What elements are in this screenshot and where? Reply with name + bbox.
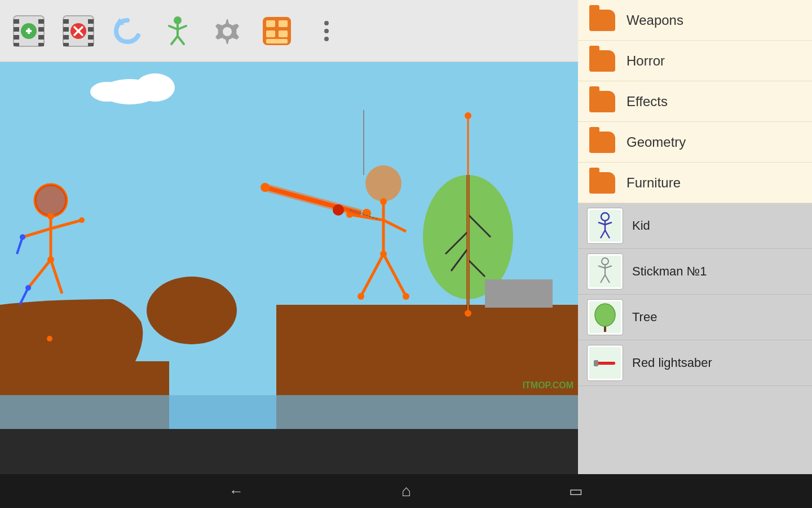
item-thumbnail [587, 345, 623, 381]
svg-rect-1 [14, 19, 19, 24]
item-thumbnail [587, 253, 623, 290]
more-button[interactable] [307, 11, 346, 51]
svg-point-76 [403, 293, 409, 300]
svg-rect-20 [88, 43, 94, 46]
folder-icon [589, 172, 615, 194]
home-button[interactable]: ⌂ [401, 482, 411, 500]
item-thumbnail [587, 299, 623, 335]
svg-rect-5 [14, 35, 19, 40]
svg-point-31 [223, 27, 232, 36]
svg-point-39 [324, 29, 329, 33]
scene-svg [0, 62, 578, 429]
list-item-tree[interactable]: Tree [578, 295, 812, 340]
delete-frame-button[interactable] [59, 11, 98, 51]
back-button[interactable]: ← [229, 483, 244, 500]
folder-label: Horror [626, 53, 665, 69]
svg-rect-111 [594, 360, 598, 366]
undo-button[interactable] [108, 11, 148, 51]
svg-point-67 [47, 256, 54, 263]
add-frame-button[interactable] [9, 11, 48, 51]
svg-point-83 [261, 183, 270, 192]
svg-point-64 [47, 336, 52, 341]
svg-rect-11 [28, 28, 30, 34]
items-section: Kid Stickman №1 Tree Red lightsaber [578, 203, 812, 508]
svg-line-62 [28, 260, 51, 288]
svg-point-25 [174, 16, 182, 24]
settings-button[interactable] [208, 11, 247, 51]
svg-rect-33 [266, 20, 275, 27]
svg-rect-36 [279, 30, 288, 37]
folder-item-furniture[interactable]: Furniture [578, 163, 812, 203]
character-button[interactable] [158, 11, 197, 51]
svg-line-60 [51, 220, 82, 229]
folder-item-weapons[interactable]: Weapons [578, 0, 812, 41]
watermark: ITMOP.COM [523, 380, 573, 391]
svg-point-53 [465, 310, 471, 317]
svg-point-84 [380, 198, 387, 205]
svg-line-58 [23, 229, 51, 237]
svg-line-30 [178, 36, 184, 44]
svg-rect-8 [38, 43, 44, 46]
svg-line-28 [178, 26, 186, 29]
list-item-kid[interactable]: Kid [578, 203, 812, 249]
svg-point-85 [380, 251, 387, 257]
svg-line-65 [51, 260, 62, 294]
list-item-red-lightsaber[interactable]: Red lightsaber [578, 340, 812, 386]
right-panel: Weapons Horror Effects Geometry Furnitur… [578, 0, 812, 508]
svg-rect-4 [38, 27, 44, 32]
item-label: Red lightsaber [632, 356, 712, 370]
svg-point-56 [35, 185, 67, 216]
svg-line-27 [169, 26, 178, 29]
folder-item-geometry[interactable]: Geometry [578, 122, 812, 163]
svg-rect-14 [88, 19, 94, 24]
svg-point-43 [147, 277, 237, 344]
item-label: Tree [632, 310, 657, 325]
folder-label: Furniture [626, 175, 681, 191]
svg-point-68 [20, 234, 25, 240]
android-navbar: ← ⌂ ▭ [0, 474, 812, 508]
svg-line-29 [171, 36, 178, 44]
svg-line-80 [265, 187, 361, 213]
svg-rect-16 [88, 27, 94, 32]
folder-item-effects[interactable]: Effects [578, 81, 812, 122]
svg-line-77 [361, 254, 383, 296]
svg-rect-35 [266, 30, 275, 37]
svg-rect-37 [266, 39, 288, 43]
item-label: Stickman №1 [632, 264, 707, 279]
play-button[interactable] [257, 11, 297, 51]
folder-icon [589, 132, 615, 153]
canvas-area[interactable]: ITMOP.COM [0, 62, 578, 429]
folder-label: Effects [626, 94, 668, 110]
svg-rect-3 [14, 27, 19, 32]
folder-section: Weapons Horror Effects Geometry Furnitur… [578, 0, 812, 203]
svg-point-70 [365, 165, 401, 202]
svg-point-52 [465, 112, 471, 119]
svg-rect-86 [485, 279, 553, 308]
svg-rect-15 [63, 27, 69, 32]
svg-point-81 [333, 204, 344, 216]
svg-line-74 [383, 220, 406, 231]
item-thumbnail [587, 208, 623, 244]
folder-label: Weapons [626, 12, 683, 28]
folder-icon [589, 10, 615, 31]
svg-point-78 [358, 293, 364, 300]
svg-rect-6 [38, 35, 44, 40]
svg-point-69 [25, 285, 31, 291]
svg-point-66 [47, 213, 54, 220]
folder-item-horror[interactable]: Horror [578, 41, 812, 81]
svg-point-38 [324, 21, 329, 25]
svg-rect-2 [38, 19, 44, 24]
recents-button[interactable]: ▭ [569, 483, 583, 500]
svg-rect-19 [63, 43, 69, 46]
svg-rect-13 [63, 19, 69, 24]
svg-rect-34 [279, 20, 288, 27]
svg-rect-18 [88, 35, 94, 40]
svg-rect-7 [14, 43, 19, 46]
folder-icon [589, 50, 615, 72]
list-item-stickman1[interactable]: Stickman №1 [578, 249, 812, 295]
svg-rect-17 [63, 35, 69, 40]
svg-rect-44 [0, 395, 578, 429]
svg-line-75 [383, 254, 406, 296]
svg-point-61 [79, 217, 85, 223]
svg-point-40 [324, 37, 329, 41]
